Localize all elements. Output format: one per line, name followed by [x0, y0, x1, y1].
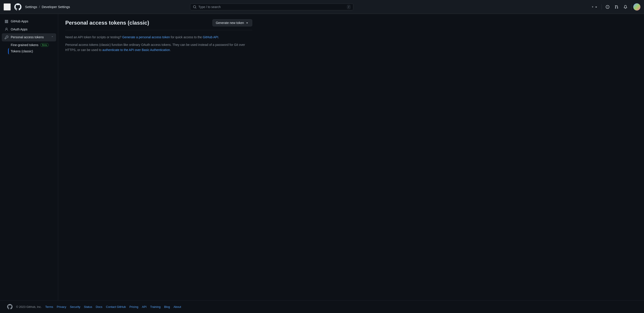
fine-grained-tokens-label: Fine-grained tokens: [11, 43, 38, 47]
generate-new-token-button[interactable]: Generate new token: [212, 19, 252, 27]
sidebar-item-oauth-apps[interactable]: OAuth Apps: [2, 26, 56, 34]
header-actions: +: [590, 3, 640, 11]
avatar[interactable]: [633, 3, 640, 11]
breadcrumb: Settings / Developer Settings: [25, 5, 70, 9]
footer-links: TermsPrivacySecurityStatusDocsContact Gi…: [45, 305, 181, 308]
issues-button[interactable]: [604, 3, 612, 11]
current-page-label: Developer Settings: [42, 5, 70, 9]
header: Settings / Developer Settings / +: [0, 0, 644, 14]
oauth-apps-icon: [4, 27, 8, 31]
tokens-classic-label: Tokens (classic): [11, 50, 33, 53]
pull-requests-icon: [615, 5, 618, 9]
pull-requests-button[interactable]: [612, 3, 620, 11]
footer-link-api[interactable]: API: [142, 305, 146, 308]
github-logo: [14, 3, 22, 11]
header-divider-2: [631, 4, 632, 10]
info-text-2-after: .: [170, 48, 171, 52]
page-header: Personal access tokens (classic) Generat…: [65, 19, 252, 27]
content-separator: [65, 30, 252, 30]
create-button[interactable]: +: [590, 4, 600, 10]
main-content: Personal access tokens (classic) Generat…: [58, 14, 260, 313]
generate-btn-label: Generate new token: [216, 21, 244, 25]
footer-link-status[interactable]: Status: [84, 305, 92, 308]
sidebar: GitHub Apps OAuth Apps Personal access t…: [0, 14, 58, 313]
footer-github-logo: [7, 304, 12, 309]
settings-link[interactable]: Settings: [25, 5, 37, 9]
page-title: Personal access tokens (classic): [65, 20, 149, 26]
beta-badge: Beta: [40, 43, 49, 47]
sidebar-item-tokens-classic[interactable]: Tokens (classic): [8, 48, 56, 54]
github-apps-icon: [4, 20, 8, 24]
footer-link-training[interactable]: Training: [150, 305, 160, 308]
chevron-up-icon: ⌃: [51, 36, 54, 39]
info-text-1-before: Need an API token for scripts or testing…: [65, 35, 122, 39]
footer-link-blog[interactable]: Blog: [164, 305, 170, 308]
personal-access-tokens-submenu: Fine-grained tokens Beta Tokens (classic…: [8, 42, 56, 54]
info-text-1: Need an API token for scripts or testing…: [65, 35, 252, 40]
search-box[interactable]: /: [190, 4, 353, 10]
sidebar-item-personal-access-tokens[interactable]: Personal access tokens ⌃: [2, 33, 56, 41]
issues-icon: [606, 5, 609, 9]
generate-token-link[interactable]: Generate a personal access token: [122, 35, 170, 39]
search-icon: [193, 5, 196, 9]
hamburger-button[interactable]: [4, 3, 11, 11]
footer-copyright: © 2023 GitHub, Inc.: [16, 305, 42, 308]
info-text-1-after: .: [218, 35, 219, 39]
footer-link-contact-github[interactable]: Contact GitHub: [106, 305, 126, 308]
footer-link-pricing[interactable]: Pricing: [130, 305, 138, 308]
notifications-button[interactable]: [622, 3, 630, 11]
github-apps-label: GitHub Apps: [11, 19, 54, 24]
basic-auth-link[interactable]: authenticate to the API over Basic Authe…: [102, 48, 170, 52]
sidebar-item-fine-grained-tokens[interactable]: Fine-grained tokens Beta: [8, 42, 56, 48]
header-divider-1: [602, 4, 602, 10]
footer-link-terms[interactable]: Terms: [45, 305, 53, 308]
page-wrapper: GitHub Apps OAuth Apps Personal access t…: [0, 14, 644, 313]
create-dropdown-icon: [594, 5, 598, 9]
footer-link-privacy[interactable]: Privacy: [57, 305, 66, 308]
personal-access-tokens-label: Personal access tokens: [11, 35, 49, 40]
generate-dropdown-icon: [245, 21, 249, 25]
footer-link-security[interactable]: Security: [70, 305, 80, 308]
search-shortcut: /: [347, 5, 350, 9]
footer: © 2023 GitHub, Inc. TermsPrivacySecurity…: [0, 300, 644, 313]
footer-link-about[interactable]: About: [174, 305, 181, 308]
notifications-icon: [624, 5, 627, 9]
info-text-1-middle: for quick access to the: [170, 35, 203, 39]
create-plus: +: [592, 5, 594, 9]
search-input[interactable]: [198, 5, 345, 9]
oauth-apps-label: OAuth Apps: [11, 27, 54, 32]
info-text-2: Personal access tokens (classic) functio…: [65, 42, 252, 52]
sidebar-item-github-apps[interactable]: GitHub Apps: [2, 18, 56, 26]
search-container: /: [190, 4, 353, 10]
personal-access-tokens-icon: [4, 35, 8, 39]
footer-link-docs[interactable]: Docs: [96, 305, 102, 308]
breadcrumb-separator: /: [39, 5, 40, 9]
github-api-link[interactable]: GitHub API: [203, 35, 218, 39]
